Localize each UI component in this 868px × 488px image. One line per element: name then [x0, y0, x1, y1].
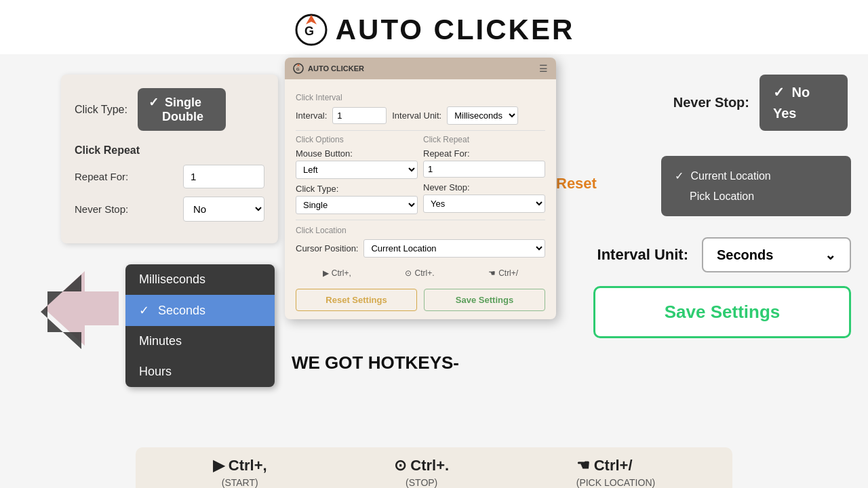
- repeat-for-center-row: Repeat For:: [423, 147, 545, 178]
- check-icon-seconds: ✓: [139, 304, 149, 317]
- click-repeat-col: Click Repeat Repeat For: Never Stop: No …: [423, 135, 545, 214]
- hotkey-start-combo: ▶ Ctrl+,: [213, 457, 267, 474]
- center-panel-title: G AUTO CLICKER: [293, 63, 364, 74]
- hotkeys-promo-text: WE GOT HOTKEYS-: [292, 352, 459, 373]
- center-panel-header: G AUTO CLICKER ☰: [285, 58, 556, 79]
- never-stop-yes-option[interactable]: Yes: [773, 103, 834, 124]
- never-stop-center-row: Never Stop: No Yes: [423, 181, 545, 213]
- bottom-right-panel: Interval Unit: Seconds ⌄ Save Settings: [559, 237, 851, 338]
- click-type-center-select[interactable]: Single Double: [296, 196, 418, 214]
- hotkey-pick-combo: ☚ Ctrl+/: [576, 457, 655, 474]
- save-settings-center-button[interactable]: Save Settings: [424, 289, 545, 311]
- app-logo: G: [294, 12, 329, 47]
- click-location-header: Click Location: [296, 226, 545, 235]
- left-panel: Click Type: ✓ Single Double Click Repeat…: [61, 75, 278, 243]
- click-type-row: Click Type: ✓ Single Double: [75, 88, 264, 131]
- never-stop-select[interactable]: No Yes: [183, 197, 264, 222]
- interval-unit-big-select[interactable]: Seconds ⌄: [702, 237, 851, 272]
- click-type-label: Click Type:: [75, 104, 127, 116]
- repeat-for-center-input[interactable]: [423, 161, 545, 178]
- check-icon-current: ✓: [675, 170, 684, 182]
- never-stop-label: Never Stop:: [75, 203, 128, 215]
- repeat-for-center-label: Repeat For:: [423, 148, 470, 159]
- save-settings-button[interactable]: Save Settings: [593, 286, 851, 338]
- pick-icon-bottom: ☚: [576, 457, 590, 474]
- repeat-for-label: Repeat For:: [75, 171, 128, 182]
- reset-button-overlay[interactable]: Reset: [556, 175, 597, 192]
- pick-icon-center: ☚: [488, 268, 496, 278]
- hotkey-stop-block: ⊙ Ctrl+. (STOP): [394, 457, 449, 488]
- hotkey-pick-block: ☚ Ctrl+/ (PICK LOCATION): [576, 457, 655, 488]
- cursor-position-label: Cursor Position:: [296, 243, 358, 253]
- interval-unit-big-row: Interval Unit: Seconds ⌄: [559, 237, 851, 272]
- click-type-single-option[interactable]: ✓ Single: [149, 95, 215, 110]
- click-options-header: Click Options: [296, 135, 418, 144]
- divider2: [296, 220, 545, 220]
- current-location-option[interactable]: ✓ Current Location: [675, 165, 837, 186]
- hotkey-stop-center: ⊙ Ctrl+.: [405, 268, 434, 278]
- click-type-double-option[interactable]: Double: [149, 110, 215, 124]
- center-panel-body: Click Interval Interval: Interval Unit: …: [285, 79, 556, 319]
- chevron-icon: ⌄: [825, 247, 836, 263]
- click-repeat-section: Click Repeat Repeat For: Never Stop: No …: [75, 144, 264, 222]
- milliseconds-option[interactable]: Milliseconds: [125, 264, 275, 295]
- arrow-decoration: [37, 264, 125, 352]
- interval-unit-label-center: Interval Unit:: [392, 110, 441, 121]
- hotkey-pick-center: ☚ Ctrl+/: [488, 268, 518, 278]
- hotkey-pick-desc: (PICK LOCATION): [576, 477, 655, 488]
- check-icon: ✓: [149, 96, 159, 109]
- pick-location-option[interactable]: Pick Location: [675, 186, 837, 207]
- click-type-center-row: Click Type: Single Double: [296, 182, 418, 214]
- mouse-button-label: Mouse Button:: [296, 148, 353, 159]
- divider: [296, 130, 545, 131]
- stop-icon-bottom: ⊙: [394, 457, 406, 474]
- never-stop-panel-label: Never Stop:: [673, 95, 749, 110]
- interval-unit-select-center[interactable]: Milliseconds Seconds Minutes Hours: [447, 106, 518, 125]
- cursor-position-select[interactable]: Current Location Pick Location: [363, 239, 545, 258]
- hotkey-start-desc: (START): [213, 477, 267, 488]
- svg-text:G: G: [304, 24, 316, 38]
- interval-row: Interval: Interval Unit: Milliseconds Se…: [296, 106, 545, 125]
- click-type-center-label: Click Type:: [296, 184, 338, 194]
- hotkey-start-block: ▶ Ctrl+, (START): [213, 457, 267, 488]
- mouse-button-select[interactable]: Left Right Middle: [296, 161, 418, 179]
- hotkey-stop-desc: (STOP): [394, 477, 449, 488]
- bottom-hotkeys-bar: ▶ Ctrl+, (START) ⊙ Ctrl+. (STOP) ☚ Ctrl+…: [136, 447, 732, 488]
- center-app-panel: G AUTO CLICKER ☰ Click Interval Interval…: [285, 58, 556, 319]
- never-stop-dropdown[interactable]: ✓ No Yes: [760, 75, 848, 131]
- never-stop-center-select[interactable]: No Yes: [423, 195, 545, 213]
- mouse-button-row: Mouse Button: Left Right Middle: [296, 147, 418, 179]
- click-location-panel[interactable]: ✓ Current Location Pick Location: [661, 156, 851, 216]
- seconds-option[interactable]: ✓ Seconds: [125, 295, 275, 326]
- app-title: G AUTO CLICKER: [0, 12, 868, 47]
- play-icon-bottom: ▶: [213, 457, 224, 474]
- menu-icon[interactable]: ☰: [539, 63, 548, 74]
- hours-option[interactable]: Hours: [125, 357, 275, 387]
- check-icon-no: ✓: [773, 85, 785, 100]
- reset-settings-button[interactable]: Reset Settings: [296, 289, 417, 311]
- interval-unit-dropdown[interactable]: Milliseconds ✓ Seconds Minutes Hours: [125, 264, 275, 387]
- click-type-dropdown[interactable]: ✓ Single Double: [138, 88, 226, 131]
- main-area: Click Type: ✓ Single Double Click Repeat…: [0, 54, 868, 488]
- repeat-for-row: Repeat For:: [75, 165, 264, 188]
- click-repeat-col-header: Click Repeat: [423, 135, 545, 144]
- hotkey-start-center: ▶ Ctrl+,: [323, 268, 351, 278]
- arrow-svg: [37, 264, 125, 352]
- center-hotkeys-bar: ▶ Ctrl+, ⊙ Ctrl+. ☚ Ctrl+/: [296, 263, 545, 283]
- repeat-for-input[interactable]: [183, 165, 264, 188]
- never-stop-no-option[interactable]: ✓ No: [773, 81, 834, 103]
- click-repeat-title: Click Repeat: [75, 144, 264, 157]
- interval-input[interactable]: [332, 107, 387, 124]
- interval-label: Interval:: [296, 110, 327, 121]
- stop-icon-center: ⊙: [405, 268, 412, 278]
- click-options-col: Click Options Mouse Button: Left Right M…: [296, 135, 418, 214]
- mini-logo-icon: G: [293, 63, 304, 74]
- interval-unit-big-label: Interval Unit:: [597, 246, 688, 264]
- minutes-option[interactable]: Minutes: [125, 326, 275, 357]
- play-icon-center: ▶: [323, 268, 329, 278]
- two-col-options: Click Options Mouse Button: Left Right M…: [296, 135, 545, 214]
- cursor-pos-row: Cursor Position: Current Location Pick L…: [296, 239, 545, 258]
- svg-text:G: G: [296, 67, 300, 71]
- never-stop-row: Never Stop: No Yes: [75, 197, 264, 222]
- never-stop-center-label: Never Stop:: [423, 182, 470, 192]
